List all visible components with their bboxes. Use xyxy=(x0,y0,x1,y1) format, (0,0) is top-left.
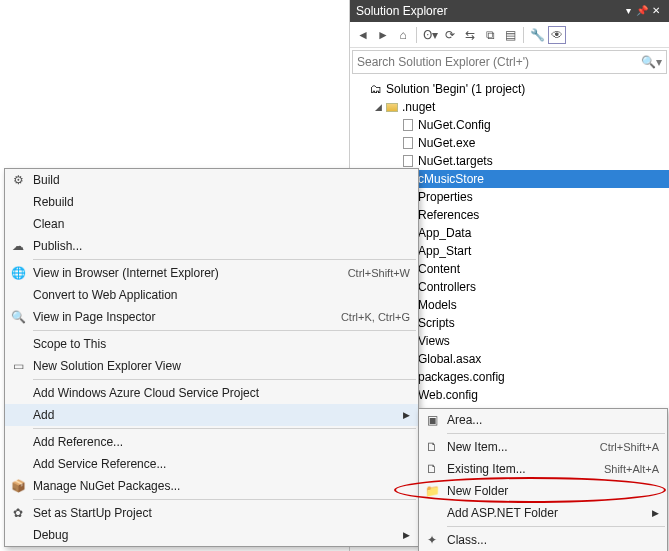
separator xyxy=(523,27,524,43)
panel-title: Solution Explorer xyxy=(356,0,621,22)
menu-add-service-reference[interactable]: Add Service Reference... xyxy=(5,453,418,475)
collapse-icon[interactable]: ⧉ xyxy=(481,26,499,44)
menu-separator xyxy=(33,330,416,331)
menu-debug[interactable]: Debug▶ xyxy=(5,524,418,546)
area-icon: ▣ xyxy=(419,413,445,427)
nuget-icon: 📦 xyxy=(5,479,31,493)
menu-build[interactable]: ⚙Build xyxy=(5,169,418,191)
refresh-icon[interactable]: ⟳ xyxy=(441,26,459,44)
class-icon: ✦ xyxy=(419,533,445,547)
panel-titlebar: Solution Explorer ▾ 📌 ✕ xyxy=(350,0,669,22)
startup-icon: ✿ xyxy=(5,506,31,520)
menu-separator xyxy=(33,499,416,500)
tree-item[interactable]: NuGet.exe xyxy=(350,134,669,152)
menu-separator xyxy=(33,428,416,429)
menu-add-reference[interactable]: Add Reference... xyxy=(5,431,418,453)
submenu-asp-folder[interactable]: Add ASP.NET Folder▶ xyxy=(419,502,667,524)
menu-publish[interactable]: ☁Publish... xyxy=(5,235,418,257)
submenu-existing-item[interactable]: 🗋Existing Item...Shift+Alt+A xyxy=(419,458,667,480)
menu-clean[interactable]: Clean xyxy=(5,213,418,235)
search-icon: 🔍▾ xyxy=(641,55,662,69)
publish-icon: ☁ xyxy=(5,239,31,253)
submenu-new-item[interactable]: 🗋New Item...Ctrl+Shift+A xyxy=(419,436,667,458)
file-icon xyxy=(403,155,413,167)
file-icon xyxy=(403,119,413,131)
submenu-class[interactable]: ✦Class... xyxy=(419,529,667,551)
menu-rebuild[interactable]: Rebuild xyxy=(5,191,418,213)
pin-icon[interactable]: 📌 xyxy=(635,0,649,22)
preview-icon[interactable]: 👁 xyxy=(548,26,566,44)
submenu-arrow-icon: ▶ xyxy=(400,530,410,540)
properties-icon[interactable]: 🔧 xyxy=(528,26,546,44)
new-item-icon: 🗋 xyxy=(419,440,445,454)
solution-node[interactable]: 🗂Solution 'Begin' (1 project) xyxy=(350,80,669,98)
menu-new-view[interactable]: ▭New Solution Explorer View xyxy=(5,355,418,377)
browser-icon: 🌐 xyxy=(5,266,31,280)
folder-icon xyxy=(386,103,398,112)
nuget-folder[interactable]: ◢.nuget xyxy=(350,98,669,116)
forward-icon[interactable]: ► xyxy=(374,26,392,44)
show-all-icon[interactable]: ▤ xyxy=(501,26,519,44)
context-menu: ⚙Build Rebuild Clean ☁Publish... 🌐View i… xyxy=(4,168,419,547)
menu-azure[interactable]: Add Windows Azure Cloud Service Project xyxy=(5,382,418,404)
back-icon[interactable]: ◄ xyxy=(354,26,372,44)
separator xyxy=(416,27,417,43)
tree-item[interactable]: NuGet.Config xyxy=(350,116,669,134)
menu-convert-web[interactable]: Convert to Web Application xyxy=(5,284,418,306)
new-view-icon: ▭ xyxy=(5,359,31,373)
menu-view-browser[interactable]: 🌐View in Browser (Internet Explorer)Ctrl… xyxy=(5,262,418,284)
menu-separator xyxy=(447,526,665,527)
menu-manage-nuget[interactable]: 📦Manage NuGet Packages... xyxy=(5,475,418,497)
menu-separator xyxy=(447,433,665,434)
submenu-arrow-icon: ▶ xyxy=(400,410,410,420)
search-input[interactable]: Search Solution Explorer (Ctrl+') 🔍▾ xyxy=(352,50,667,74)
dropdown-icon[interactable]: ▾ xyxy=(621,0,635,22)
submenu-area[interactable]: ▣Area... xyxy=(419,409,667,431)
submenu-arrow-icon: ▶ xyxy=(649,508,659,518)
home-icon[interactable]: ⌂ xyxy=(394,26,412,44)
file-icon xyxy=(403,137,413,149)
close-icon[interactable]: ✕ xyxy=(649,0,663,22)
existing-item-icon: 🗋 xyxy=(419,462,445,476)
build-icon: ⚙ xyxy=(5,173,31,187)
menu-separator xyxy=(33,259,416,260)
menu-scope[interactable]: Scope to This xyxy=(5,333,418,355)
new-folder-icon: 📁 xyxy=(419,484,445,498)
menu-add[interactable]: Add▶ xyxy=(5,404,418,426)
search-placeholder: Search Solution Explorer (Ctrl+') xyxy=(357,55,641,69)
add-submenu: ▣Area... 🗋New Item...Ctrl+Shift+A 🗋Exist… xyxy=(418,408,668,551)
menu-page-inspector[interactable]: 🔍View in Page InspectorCtrl+K, Ctrl+G xyxy=(5,306,418,328)
inspector-icon: 🔍 xyxy=(5,310,31,324)
scope-dropdown-icon[interactable]: ʘ▾ xyxy=(421,26,439,44)
sync-icon[interactable]: ⇆ xyxy=(461,26,479,44)
toolbar: ◄ ► ⌂ ʘ▾ ⟳ ⇆ ⧉ ▤ 🔧 👁 xyxy=(350,22,669,48)
submenu-new-folder[interactable]: 📁New Folder xyxy=(419,480,667,502)
menu-separator xyxy=(33,379,416,380)
menu-startup[interactable]: ✿Set as StartUp Project xyxy=(5,502,418,524)
